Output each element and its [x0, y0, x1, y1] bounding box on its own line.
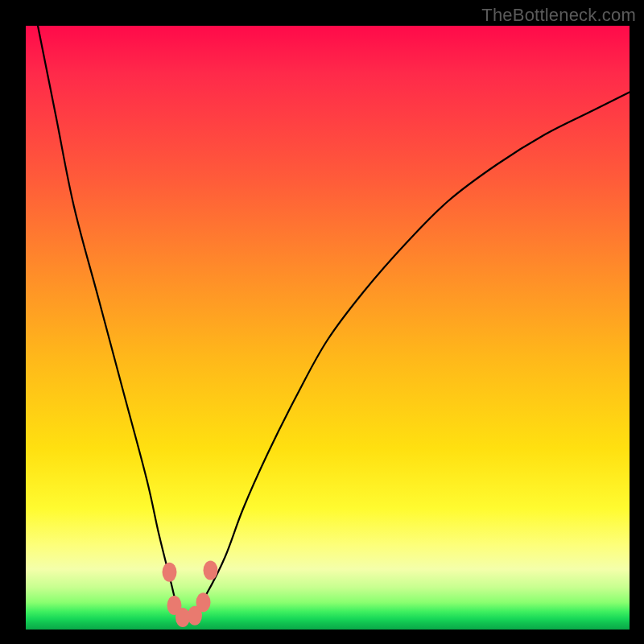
curve-markers [163, 561, 218, 628]
curve-marker [204, 561, 218, 580]
curve-marker [163, 563, 177, 582]
plot-area [26, 26, 630, 630]
curve-marker [196, 592, 211, 612]
chart-frame: TheBottleneck.com [0, 0, 644, 644]
bottleneck-curve [38, 26, 630, 619]
watermark-text: TheBottleneck.com [481, 5, 636, 26]
curve-layer [26, 26, 630, 630]
